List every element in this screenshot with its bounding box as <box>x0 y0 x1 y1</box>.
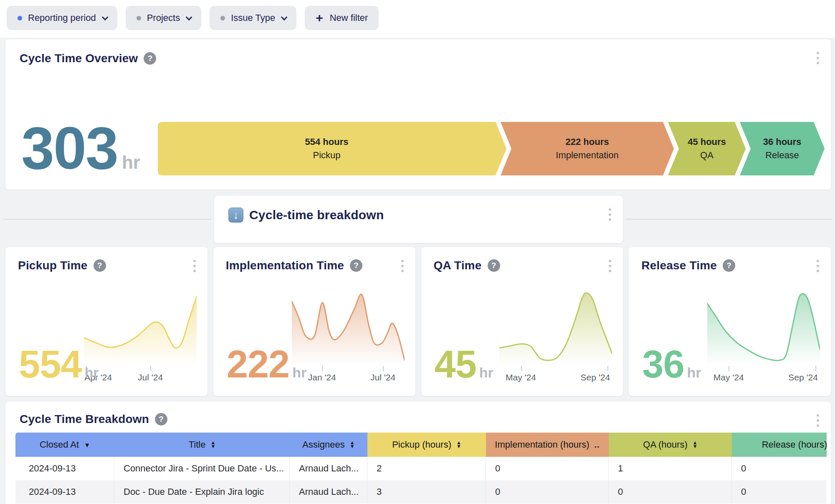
funnel-label-pickup: 554 hoursPickup <box>158 122 496 175</box>
x-axis-label: May '24 <box>506 372 536 382</box>
tick-mark <box>607 366 608 371</box>
table-cell: Arnaud Lach... <box>290 457 367 480</box>
chevron-down-icon <box>186 14 192 20</box>
column-header-label: Title <box>189 439 206 450</box>
sort-icon: ▲▼ <box>456 441 461 448</box>
sort-icon: ▲▼ <box>693 441 698 448</box>
x-axis-ticks: Apr '24Jul '24 <box>84 366 197 387</box>
sparkline-chart <box>707 291 820 365</box>
divider-line-right <box>625 219 832 220</box>
metric-card-title: Pickup Time <box>18 259 88 272</box>
metric-card-implementation-time: Implementation Time ? Jan '24Jul '24 222… <box>213 247 415 396</box>
metric-value: 222 hr <box>227 345 307 383</box>
column-header-implementation-hours-[interactable]: Implementation (hours).. <box>486 433 609 457</box>
table-cell: 1 <box>609 457 732 480</box>
x-axis-label: Sep '24 <box>788 372 818 382</box>
help-icon[interactable]: ? <box>94 259 106 272</box>
tick-mark <box>322 366 323 371</box>
x-axis-label: May '24 <box>714 372 744 382</box>
down-arrow-emoji-icon: ↓ <box>228 208 243 223</box>
x-axis-ticks: May '24Sep '24 <box>499 366 612 387</box>
column-header-label: Pickup (hours) <box>392 439 451 450</box>
kebab-menu-icon[interactable] <box>814 257 822 275</box>
column-header-release-hours-[interactable]: Release (hours) <box>732 433 827 457</box>
total-cycle-time-value: 303 <box>21 119 118 178</box>
table-row[interactable]: 2024-09-13Doc - Due Date - Explain Jira … <box>15 480 827 504</box>
filter-dot-icon <box>220 16 225 20</box>
table-row[interactable]: 2024-09-13Connector Jira - Sprint Due Da… <box>15 457 827 480</box>
help-icon[interactable]: ? <box>350 259 362 272</box>
column-header-title[interactable]: Title▲▼ <box>114 433 290 457</box>
column-header-qa-hours-[interactable]: QA (hours)▲▼ <box>609 433 732 457</box>
table-title: Cycle Time Breakdown <box>20 413 149 426</box>
kebab-menu-icon[interactable] <box>606 206 614 223</box>
x-axis-ticks: Jan '24Jul '24 <box>292 366 405 387</box>
x-axis-ticks: May '24Sep '24 <box>707 366 820 387</box>
x-axis-label: Jul '24 <box>138 372 163 382</box>
filter-dot-icon <box>137 16 141 20</box>
filter-button-reporting-period[interactable]: Reporting period <box>7 6 117 30</box>
table-cell: 2 <box>367 457 486 480</box>
column-header-label: Release (hours) <box>762 439 827 450</box>
help-icon[interactable]: ? <box>144 52 156 65</box>
metric-value: 45 hr <box>435 345 493 383</box>
help-icon[interactable]: ? <box>723 259 735 272</box>
column-header-label: Closed At <box>40 439 79 450</box>
cycle-time-breakdown-table-card: Cycle Time Breakdown ? Closed At▼Title▲▼… <box>5 402 831 504</box>
column-header-pickup-hours-[interactable]: Pickup (hours)▲▼ <box>367 433 486 457</box>
new-filter-label: New filter <box>330 13 368 23</box>
help-icon[interactable]: ? <box>155 413 167 425</box>
metric-card-pickup-time: Pickup Time ? Apr '24Jul '24 554 hr <box>5 247 207 396</box>
sparkline-chart <box>499 291 612 365</box>
table-header-row: Closed At▼Title▲▼Assignees▲▼Pickup (hour… <box>15 433 827 457</box>
total-cycle-time-unit: hr <box>122 152 140 173</box>
funnel-label-release: 36 hoursRelease <box>751 122 814 175</box>
kebab-menu-icon[interactable] <box>191 257 198 275</box>
x-axis-label: Jul '24 <box>370 372 395 382</box>
table-cell: 0 <box>486 457 609 480</box>
metric-card-release-time: Release Time ? May '24Sep '24 36 hr <box>629 247 831 396</box>
table-cell: 2024-09-13 <box>15 480 114 504</box>
table-cell: 3 <box>367 480 486 504</box>
funnel-label-implementation: 222 hoursImplementation <box>511 122 663 175</box>
x-axis-label: Sep '24 <box>581 372 610 382</box>
tick-mark <box>383 366 384 371</box>
metric-card-qa-time: QA Time ? May '24Sep '24 45 hr <box>421 247 623 396</box>
breakdown-header-title: Cycle-time breakdown <box>249 208 384 222</box>
breakdown-table: Closed At▼Title▲▼Assignees▲▼Pickup (hour… <box>15 433 827 504</box>
x-axis-label: Jan '24 <box>308 372 336 382</box>
filter-button-projects[interactable]: Projects <box>126 6 201 30</box>
filter-bar: Reporting period Projects Issue Type + N… <box>7 6 379 30</box>
kebab-menu-icon[interactable] <box>814 412 822 429</box>
total-cycle-time: 303 hr <box>21 119 140 178</box>
new-filter-button[interactable]: + New filter <box>305 6 379 30</box>
tick-mark <box>521 366 522 371</box>
metric-card-title: Release Time <box>641 259 717 272</box>
table-cell: Arnaud Lach... <box>290 480 367 504</box>
table-cell: 0 <box>486 480 609 504</box>
funnel-label-qa: 45 hoursQA <box>679 122 735 175</box>
metric-value: 554 hr <box>19 345 99 383</box>
table-cell: Doc - Due Date - Explain Jira logic <box>114 480 290 504</box>
cycle-time-overview-card: Cycle Time Overview ? 303 hr 554 hoursPi… <box>5 39 831 190</box>
table-cell: Connector Jira - Sprint Due Date - Us... <box>114 457 290 480</box>
sparkline-chart <box>292 291 405 365</box>
column-header-label: Implementation (hours) <box>495 439 589 450</box>
table-cell: 0 <box>732 457 827 480</box>
cycle-time-breakdown-header-card: ↓ Cycle-time breakdown <box>214 196 623 243</box>
kebab-menu-icon[interactable] <box>399 257 406 275</box>
table-cell: 0 <box>732 480 827 504</box>
column-header-closed-at[interactable]: Closed At▼ <box>15 433 114 457</box>
kebab-menu-icon[interactable] <box>814 49 822 67</box>
filter-dot-icon <box>18 16 22 20</box>
help-icon[interactable]: ? <box>488 259 500 272</box>
sort-truncated-icon: .. <box>595 440 600 450</box>
column-header-assignees[interactable]: Assignees▲▼ <box>290 433 367 457</box>
metric-cards-row: Pickup Time ? Apr '24Jul '24 554 hr Impl… <box>5 247 831 396</box>
kebab-menu-icon[interactable] <box>606 257 614 275</box>
plus-icon: + <box>316 12 323 24</box>
filter-button-issue-type[interactable]: Issue Type <box>210 6 296 30</box>
overview-title: Cycle Time Overview <box>20 52 138 65</box>
sparkline-chart <box>84 291 197 365</box>
column-header-label: QA (hours) <box>643 439 687 450</box>
